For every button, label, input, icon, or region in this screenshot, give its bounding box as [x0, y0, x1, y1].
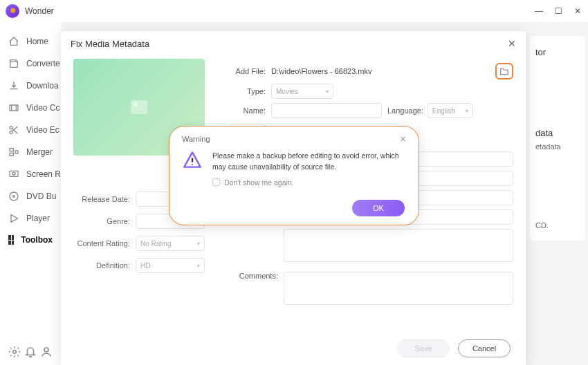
svg-point-13 — [192, 164, 193, 165]
warning-triangle-icon — [182, 151, 203, 169]
genre-label: Genre: — [73, 217, 136, 225]
comments-label: Comments: — [217, 272, 278, 280]
dont-show-checkbox[interactable] — [212, 178, 220, 186]
window-close-button[interactable]: ✕ — [573, 6, 582, 16]
rating-label: Content Rating: — [73, 239, 136, 247]
add-file-path: D:\video\Flowers - 66823.mkv — [271, 67, 490, 75]
app-name: Wonder — [25, 6, 54, 16]
window-maximize-button[interactable]: ☐ — [553, 6, 563, 16]
rating-value: No Rating — [140, 240, 171, 247]
warning-title: Warning — [182, 135, 210, 144]
type-label: Type: — [217, 87, 266, 95]
name-input[interactable] — [271, 103, 382, 118]
add-file-label: Add File: — [217, 67, 266, 75]
warning-message: Please make a backup before editing to a… — [212, 151, 406, 173]
chevron-down-icon: ▾ — [197, 263, 200, 269]
definition-label: Definition: — [73, 261, 136, 270]
dont-show-label: Don't show me again. — [224, 178, 294, 187]
definition-select[interactable]: HD▾ — [136, 258, 205, 273]
image-placeholder-icon — [131, 100, 147, 114]
warning-ok-button[interactable]: OK — [352, 200, 405, 216]
description-textarea[interactable] — [284, 229, 513, 262]
release-date-label: Release Date: — [73, 195, 136, 203]
type-value: Movies — [276, 88, 298, 95]
title-bar: Wonder — ☐ ✕ — [0, 0, 588, 22]
chevron-down-icon: ▾ — [466, 108, 468, 114]
rating-select[interactable]: No Rating▾ — [136, 236, 205, 251]
name-label: Name: — [217, 106, 266, 115]
comments-textarea[interactable] — [284, 272, 513, 305]
language-value: English — [432, 107, 455, 115]
window-minimize-button[interactable]: — — [534, 6, 544, 16]
language-select[interactable]: English▾ — [428, 103, 473, 118]
chevron-down-icon: ▾ — [326, 88, 329, 95]
type-select[interactable]: Movies▾ — [271, 84, 333, 99]
language-label: Language: — [387, 106, 423, 115]
definition-value: HD — [140, 262, 150, 270]
chevron-down-icon: ▾ — [197, 241, 200, 247]
warning-close-button[interactable]: ✕ — [400, 135, 406, 144]
save-button[interactable]: Save — [397, 339, 450, 357]
cancel-button[interactable]: Cancel — [458, 339, 511, 357]
browse-file-button[interactable] — [495, 63, 513, 79]
app-logo-icon — [6, 4, 19, 18]
folder-icon — [499, 67, 509, 75]
modal-title: Fix Media Metadata — [71, 39, 149, 49]
modal-close-button[interactable]: ✕ — [508, 38, 516, 49]
warning-dialog: Warning ✕ Please make a backup before ed… — [169, 126, 419, 225]
